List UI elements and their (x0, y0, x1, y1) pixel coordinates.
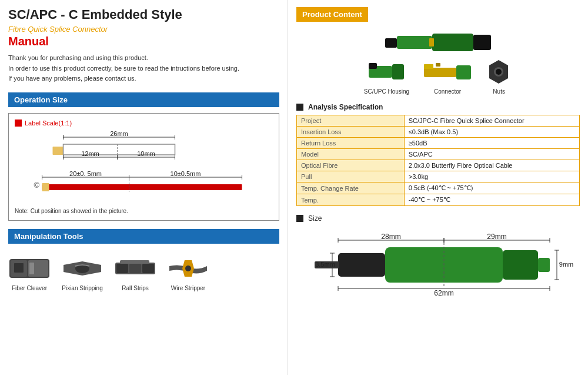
spec-val-7: -40℃ ~ +75℃ (404, 194, 579, 206)
fiber-cleaver-icon (8, 254, 51, 283)
spec-val-6: 0.5cB (-40℃ ~ +75℃) (404, 182, 579, 194)
tool-label-rall: Rall Strips (122, 285, 149, 291)
svg-rect-57 (538, 258, 550, 272)
note-text: Note: Cut position as showed in the pict… (15, 208, 273, 214)
svg-rect-50 (436, 63, 440, 67)
spec-val-4: 2.0x3.0 Butterfly Fibre Optical Cable (404, 160, 579, 171)
spec-key-3: Model (297, 149, 405, 160)
spec-key-4: Optical Fibre (297, 160, 405, 171)
tool-label-stripping: Pixian Stripping (62, 285, 102, 291)
svg-rect-31 (14, 263, 24, 273)
spec-table: Project SC/JPC-C Fibre Quick Splice Conn… (296, 115, 580, 206)
label-scale-text: Label Scale(1:1) (25, 120, 72, 127)
label-scale-row: Label Scale(1:1) (15, 120, 273, 127)
svg-text:20±0. 5mm: 20±0. 5mm (69, 170, 102, 177)
size-black-square (296, 215, 303, 222)
svg-rect-39 (385, 38, 397, 48)
spec-val-1: ≤0.3dB (Max 0.5) (404, 127, 579, 138)
size-diagram: 28mm 29mm 3.5mm 9mm (296, 230, 580, 300)
svg-text:10±0.5mm: 10±0.5mm (171, 170, 201, 177)
spec-key-0: Project (297, 115, 405, 127)
svg-rect-30 (29, 263, 34, 274)
svg-rect-0 (53, 147, 64, 155)
spec-val-3: SC/APC (404, 149, 579, 160)
size-header: Size (296, 214, 580, 223)
spec-key-7: Temp. (297, 194, 405, 206)
part-label-housing: SC/UPC Housing (364, 88, 409, 95)
dim-top-diagram: 26mm 12mm 10mm (32, 130, 261, 165)
dim-bottom-diagram: © 20±0. 5mm 10±0.5mm (21, 170, 267, 204)
part-item-housing: SC/UPC Housing (364, 57, 409, 95)
svg-text:9mm: 9mm (559, 261, 573, 268)
part-item-connector: Connector (421, 57, 474, 95)
svg-text:62mm: 62mm (434, 289, 453, 297)
tool-label-stripper: Wire Stripper (171, 285, 205, 291)
main-title: SC/APC - C Embedded Style (8, 7, 279, 22)
connector-image (421, 57, 474, 87)
svg-rect-47 (424, 68, 456, 77)
parts-row: SC/UPC Housing Connector (364, 57, 512, 95)
svg-rect-35 (129, 264, 141, 273)
wire-stripper-icon (167, 254, 209, 283)
spec-val-2: ≥50dB (404, 138, 579, 149)
operation-box: Label Scale(1:1) 26mm 12mm (8, 113, 279, 221)
svg-rect-17 (42, 183, 49, 191)
spec-row-5: Pull >3.0kg (297, 171, 580, 182)
assembled-connector-image (379, 28, 497, 57)
svg-rect-36 (142, 264, 154, 273)
spec-row-3: Model SC/APC (297, 149, 580, 160)
svg-text:26mm: 26mm (110, 130, 128, 137)
svg-rect-1 (64, 144, 175, 155)
pixian-stripping-icon (61, 254, 103, 283)
spec-key-6: Temp. Change Rate (297, 182, 405, 194)
svg-text:12mm: 12mm (81, 150, 99, 157)
subtitle-manual: Manual (8, 35, 279, 48)
tool-item-rall: Rall Strips (114, 254, 156, 291)
svg-rect-48 (456, 65, 471, 79)
spec-key-2: Return Loss (297, 138, 405, 149)
size-label: Size (308, 214, 322, 223)
manipulation-tools-header: Manipulation Tools (8, 229, 279, 244)
subtitle-italic: Fibre Quick Splice Connector (8, 25, 279, 34)
size-section: Size 28mm 29mm (296, 214, 580, 302)
nuts-image (486, 57, 512, 87)
analysis-header: Analysis Specification (296, 103, 580, 111)
spec-row-6: Temp. Change Rate 0.5cB (-40℃ ~ +75℃) (297, 182, 580, 194)
svg-rect-54 (338, 253, 385, 277)
analysis-label: Analysis Specification (308, 103, 383, 111)
tool-label-cleaver: Fiber Cleaver (12, 285, 47, 291)
tool-item-stripping: Pixian Stripping (61, 254, 103, 291)
product-content-header: Product Content (296, 7, 368, 22)
svg-rect-40 (397, 36, 432, 49)
spec-val-5: >3.0kg (404, 171, 579, 182)
operation-size-header: Operation Size (8, 92, 279, 107)
analysis-black-square (296, 104, 303, 111)
svg-point-53 (496, 69, 502, 75)
svg-rect-42 (473, 35, 491, 50)
intro-text: Thank you for purchasing and using this … (8, 53, 279, 84)
svg-text:3.5mm: 3.5mm (315, 261, 335, 268)
svg-rect-41 (432, 34, 473, 51)
spec-row-2: Return Loss ≥50dB (297, 138, 580, 149)
label-scale-square (15, 120, 22, 127)
svg-rect-56 (503, 250, 538, 280)
part-item-nuts: Nuts (486, 57, 512, 95)
spec-row-4: Optical Fibre 2.0x3.0 Butterfly Fibre Op… (297, 160, 580, 171)
svg-text:10mm: 10mm (137, 150, 155, 157)
spec-key-1: Insertion Loss (297, 127, 405, 138)
tool-item-stripper: Wire Stripper (167, 254, 209, 291)
spec-val-0: SC/JPC-C Fibre Quick Splice Connector (404, 115, 579, 127)
svg-rect-37 (120, 260, 149, 264)
spec-key-5: Pull (297, 171, 405, 182)
svg-rect-49 (424, 64, 433, 69)
svg-rect-46 (369, 63, 377, 69)
rall-strips-icon (114, 254, 156, 283)
intro-line-3: If you have any problems, please contact… (8, 75, 136, 82)
intro-line-1: Thank you for purchasing and using this … (8, 54, 148, 61)
svg-rect-34 (116, 264, 128, 273)
spec-row-1: Insertion Loss ≤0.3dB (Max 0.5) (297, 127, 580, 138)
tools-row: Fiber Cleaver Pixian Stripping (8, 254, 279, 291)
tool-item-cleaver: Fiber Cleaver (8, 254, 51, 291)
svg-text:28mm: 28mm (381, 233, 400, 241)
product-images: SC/UPC Housing Connector (296, 28, 580, 97)
